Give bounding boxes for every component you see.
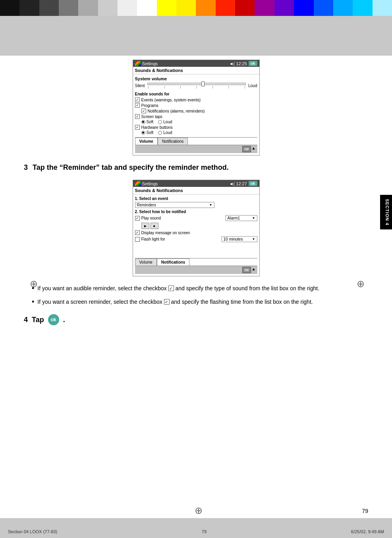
radio-loud-icon-1: [158, 120, 162, 124]
play-button[interactable]: ▶: [141, 223, 149, 229]
cb-hardware: Hardware buttons: [135, 125, 257, 130]
color-swatch: [373, 0, 392, 16]
color-swatch: [137, 0, 156, 16]
flash-duration-value: 10 minutes: [224, 237, 243, 241]
radio-loud-icon-2: [158, 131, 162, 135]
color-swatch: [59, 0, 78, 16]
tab-bar-1: Volume Notifications: [135, 137, 257, 145]
radio-soft-1[interactable]: Soft: [141, 120, 154, 124]
event-dropdown-row: Reminders ▼: [135, 202, 257, 208]
color-swatch: [235, 0, 255, 16]
windows-flag-icon: [135, 61, 141, 66]
checkbox-hardware[interactable]: [135, 125, 140, 130]
checkbox-flash-light[interactable]: [135, 237, 140, 242]
cb-screen-taps: Screen taps: [135, 114, 257, 119]
loud-label: Loud: [248, 84, 257, 88]
slider-track[interactable]: [147, 83, 246, 85]
radio-loud-2[interactable]: Loud: [158, 130, 172, 135]
hardware-radio-group: Soft Loud: [135, 130, 257, 135]
keyboard-bar-1: ⌨ ▲: [135, 145, 257, 153]
radio-loud-1[interactable]: Loud: [158, 120, 172, 124]
ok-button-1[interactable]: ok: [249, 61, 257, 66]
slider-thumb[interactable]: [201, 82, 205, 86]
footer-center: 79: [202, 529, 207, 534]
bullet-text-1: If you want an audible reminder, select …: [37, 284, 319, 293]
footer: Section 04 LOOX (77-83) 79 6/25/02, 9:49…: [0, 529, 392, 534]
tab-volume-2[interactable]: Volume: [135, 258, 157, 266]
checkbox-play-sound[interactable]: [135, 216, 140, 221]
cb-programs: Programs: [135, 103, 257, 108]
step4-number: 4: [24, 316, 28, 324]
enable-sounds-title: Enable sounds for: [135, 92, 257, 96]
radio-loud-label-1: Loud: [163, 120, 172, 124]
color-swatch: [216, 0, 235, 16]
main-content: Settings ◄( 12:25 ok Sounds & Notificati…: [24, 60, 368, 514]
dropdown-arrow-1: ▼: [209, 203, 212, 207]
bullet-item-2: • If you want a screen reminder, select …: [32, 298, 368, 307]
titlebar-right-1: ◄( 12:25 ok: [229, 61, 257, 66]
ok-button-2[interactable]: ok: [249, 181, 257, 186]
system-volume-title: System volume: [135, 76, 257, 81]
dropdown-arrow-2: ▼: [252, 216, 255, 220]
radio-soft-2[interactable]: Soft: [141, 130, 154, 135]
radio-loud-label-2: Loud: [163, 130, 172, 135]
radio-soft-label-2: Soft: [147, 130, 154, 135]
device-subtitle-2: Sounds & Notifications: [133, 187, 259, 194]
cb-hardware-label: Hardware buttons: [141, 125, 173, 130]
ok-circle-icon: ok: [48, 314, 59, 325]
radio-soft-label-1: Soft: [147, 120, 154, 124]
color-swatch: [255, 0, 274, 16]
color-swatch: [314, 0, 333, 16]
alarm-dropdown[interactable]: Alarm1 ▼: [226, 215, 257, 221]
tab-notifications-1[interactable]: Notifications: [158, 138, 188, 145]
keyboard-icon-2[interactable]: ⌨: [242, 267, 251, 273]
bullet-list: • If you want an audible reminder, selec…: [32, 284, 368, 306]
select-notify-label: 2. Select how to be notified: [135, 210, 257, 214]
event-dropdown-value: Reminders: [137, 203, 156, 207]
flash-duration-dropdown[interactable]: 10 minutes ▼: [222, 236, 257, 242]
color-swatch: [39, 0, 59, 16]
device-screen-1: Settings ◄( 12:25 ok Sounds & Notificati…: [133, 60, 260, 155]
cb-events: Events (warnings, system events): [135, 97, 257, 102]
footer-right: 6/25/02, 9:49 AM: [351, 529, 384, 534]
step4-container: 4 Tap ok .: [24, 314, 368, 325]
step4-period: .: [63, 316, 65, 324]
checkbox-events[interactable]: [135, 97, 140, 102]
flash-light-label: Flash light for: [141, 237, 165, 241]
step3-label: 3 Tap the “Reminder” tab and specify the…: [24, 163, 368, 172]
device-body-1: System volume Silent ||||||| Loud Enable: [133, 74, 259, 155]
event-dropdown[interactable]: Reminders ▼: [135, 202, 214, 208]
bullet-item-1: • If you want an audible reminder, selec…: [32, 284, 368, 293]
stop-button[interactable]: ■: [151, 223, 158, 229]
slider-area[interactable]: |||||||: [147, 83, 246, 89]
checkbox-screen-taps[interactable]: [135, 114, 140, 119]
bullet-dot-1: •: [32, 284, 34, 293]
spacer: [135, 244, 257, 256]
settings-title-2: Settings: [142, 181, 158, 186]
checkbox-display-msg[interactable]: [135, 230, 140, 235]
tab-notifications-2[interactable]: Notifications: [157, 258, 190, 266]
step3-container: 3 Tap the “Reminder” tab and specify the…: [24, 163, 368, 172]
alarm-dropdown-value: Alarm1: [228, 216, 240, 220]
keyboard-icon-1[interactable]: ⌨: [242, 146, 251, 152]
dropdown-arrow-3: ▼: [252, 237, 255, 241]
titlebar-right-2: ◄( 12:27 ok: [229, 181, 257, 186]
step4-row: 4 Tap ok .: [24, 314, 368, 325]
step4-text: Tap: [32, 316, 44, 324]
checkbox-programs[interactable]: [135, 103, 140, 108]
device-subtitle-1: Sounds & Notifications: [133, 67, 259, 74]
device-titlebar-2: Settings ◄( 12:27 ok: [133, 180, 259, 187]
color-swatch: [19, 0, 39, 16]
flash-light-row: Flash light for 10 minutes ▼: [135, 236, 257, 242]
inline-checkbox-1: [168, 286, 174, 291]
arrow-up-icon: ▲: [252, 146, 256, 152]
select-event-label: 1. Select an event: [135, 196, 257, 201]
checkbox-notifications[interactable]: [141, 109, 146, 113]
bullet-text-2b: and specify the flashing time from the l…: [171, 299, 313, 305]
color-swatch: [0, 0, 19, 16]
radio-soft-icon-2: [141, 131, 145, 135]
time-display-1: ◄( 12:25: [229, 61, 247, 66]
arrow-up-icon-2: ▲: [252, 267, 256, 273]
keyboard-bar-2: ⌨ ▲: [135, 266, 257, 274]
tab-volume-1[interactable]: Volume: [135, 138, 158, 145]
